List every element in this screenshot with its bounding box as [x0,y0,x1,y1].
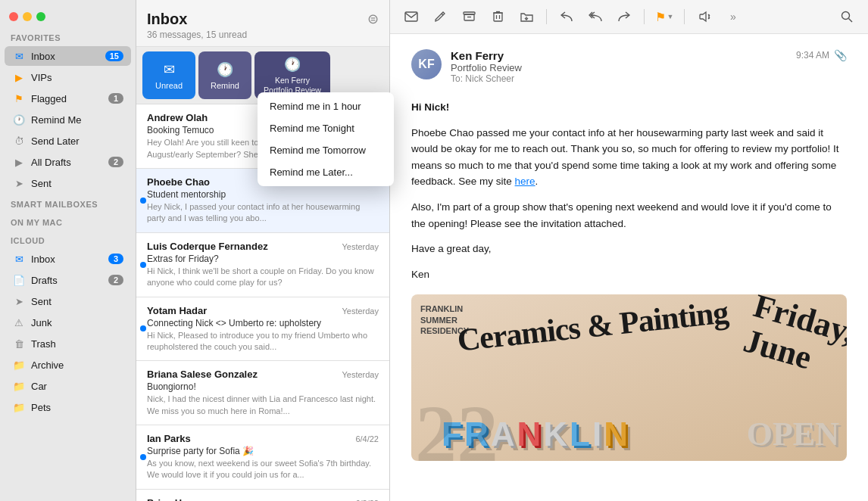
message-subject: Surprise party for Sofia 🎉 [147,446,379,456]
remind-button[interactable]: 🕐 Remind [198,51,251,99]
sidebar-item-icloud-trash[interactable]: 🗑 Trash [5,334,131,353]
reply-all-button[interactable] [585,6,606,27]
compose-button[interactable] [429,6,451,27]
flagged-badge: 1 [108,93,123,104]
message-sender: Ian Parks [147,433,191,444]
icloud-inbox-icon: ✉ [12,252,26,266]
icloud-pets-icon: 📁 [12,400,26,414]
sidebar-item-inbox[interactable]: ✉ Inbox 15 [5,46,131,66]
forward-button[interactable] [614,6,635,27]
email-date-area: 9:34 AM 📎 [796,49,847,61]
email-body-para-1: Phoebe Chao passed me your contact info … [411,125,847,190]
smart-mailboxes-label: Smart Mailboxes [0,194,136,212]
trash-button[interactable] [487,6,508,27]
message-sender: Andrew Olah [147,112,208,123]
icloud-junk-icon: ⚠ [12,316,26,329]
message-sender: Brian Heung [147,497,205,501]
message-item-header: Brian Heung 6/3/22 [147,497,379,501]
icloud-drafts-badge: 2 [108,275,123,285]
message-item[interactable]: Yotam Hadar Yesterday Connecting Nick <>… [136,297,389,362]
mute-button[interactable] [694,6,715,27]
remind-tomorrow-item[interactable]: Remind me Tomorrow [258,139,394,161]
message-item-header: Ian Parks 6/4/22 [147,433,379,444]
message-preview: Hi Nick, Pleased to introduce you to my … [147,330,379,353]
sidebar-item-all-drafts[interactable]: ▶ All Drafts 2 [5,152,131,172]
ken-action-icon: 🕐 [284,56,301,73]
icloud-label: iCloud [0,230,136,248]
sidebar-item-icloud-pets[interactable]: 📁 Pets [5,397,131,417]
sidebar-item-icloud-car[interactable]: 📁 Car [5,376,131,396]
open-text: OPEN [747,415,839,453]
close-button[interactable] [9,12,18,21]
email-time: 9:34 AM [796,50,829,61]
portfolio-link[interactable]: here [515,176,535,187]
message-sender: Yotam Hadar [147,305,207,316]
move-to-button[interactable] [516,6,537,27]
flag-icon: ⚑ [655,10,666,24]
maximize-button[interactable] [36,12,45,21]
email-body-para-2: Also, I'm part of a group show that's op… [411,199,847,232]
on-my-mac-label: On My Mac [0,212,136,230]
flag-icon: ⚑ [12,92,26,105]
message-item[interactable]: Briana Salese Gonzalez Yesterday Buongio… [136,361,389,425]
sidebar-item-icloud-junk[interactable]: ⚠ Junk [5,313,131,332]
sidebar-item-remind-me[interactable]: 🕐 Remind Me [5,110,131,129]
sidebar-item-label: Trash [31,338,123,350]
message-subject: Extras for Friday? [147,254,379,264]
remind-icon: 🕐 [217,61,233,78]
unread-dot [140,262,146,268]
message-item[interactable]: Luis Coderque Fernandez Yesterday Extras… [136,233,389,297]
sidebar-item-vips[interactable]: ▶ VIPs [5,67,131,87]
sidebar-item-icloud-inbox[interactable]: ✉ Inbox 3 [5,249,131,269]
message-item[interactable]: Brian Heung 6/3/22 Book cover? Hey Nick,… [136,490,389,501]
new-mail-button[interactable] [401,6,422,27]
remind-1hr-item[interactable]: Remind me in 1 hour [258,95,394,117]
sidebar-item-sent[interactable]: ➤ Sent [5,173,131,193]
svg-rect-5 [494,13,502,21]
message-sender: Phoebe Chao [147,176,210,188]
flag-button[interactable]: ⚑ ▼ [654,6,675,27]
svg-point-14 [842,12,850,20]
remind-tonight-item[interactable]: Remind me Tonight [258,117,394,139]
remind-later-item[interactable]: Remind me Later... [258,161,394,183]
archive-button[interactable] [458,6,479,27]
toolbar-sep2 [644,9,645,24]
remind-dropdown-menu: Remind me in 1 hour Remind me Tonight Re… [258,92,394,186]
message-time: 6/4/22 [355,434,379,443]
inbox-icon: ✉ [12,49,26,63]
unread-dot [140,454,146,460]
sidebar-item-label: Send Later [31,135,123,147]
message-item[interactable]: Ian Parks 6/4/22 Surprise party for Sofi… [136,425,389,490]
message-list: Inbox 36 messages, 15 unread ⊜ ✉ Remind … [136,0,390,501]
minimize-button[interactable] [23,12,32,21]
search-button[interactable] [836,6,857,27]
icloud-archive-icon: 📁 [12,358,26,372]
email-body-para-3: Have a great day, [411,241,847,257]
email-subject: Portfolio Review [451,62,787,73]
sidebar-item-label: VIPs [31,72,123,83]
sidebar-item-label: Sent [31,178,123,189]
sidebar-item-icloud-archive[interactable]: 📁 Archive [5,355,131,375]
message-count: 36 messages, 15 unread [147,30,247,40]
sidebar-item-label: Flagged [31,93,108,104]
sidebar-item-flagged[interactable]: ⚑ Flagged 1 [5,89,131,108]
more-button[interactable]: » [723,6,744,27]
unread-filter-button[interactable]: ✉ Remind me in 1 hour Unread [142,51,195,99]
sidebar-item-icloud-drafts[interactable]: 📄 Drafts 2 [5,270,131,290]
svg-line-1 [442,14,443,15]
sent-icon: ➤ [12,176,26,190]
drafts-badge: 2 [108,157,123,167]
friday-june-text: Friday,June [740,294,847,387]
filter-icon[interactable]: ⊜ [367,11,379,27]
message-time: Yesterday [342,307,379,316]
sidebar-item-icloud-sent[interactable]: ➤ Sent [5,291,131,311]
message-sender: Briana Salese Gonzalez [147,369,258,380]
message-sender: Luis Coderque Fernandez [147,241,268,252]
message-item-header: Luis Coderque Fernandez Yesterday [147,241,379,252]
unread-icon: ✉ [164,61,175,78]
message-preview: As you know, next weekend is our sweet S… [147,458,379,481]
traffic-lights [0,6,136,27]
reply-button[interactable] [556,6,577,27]
sidebar-item-send-later[interactable]: ⏱ Send Later [5,131,131,151]
sidebar-item-label: Pets [31,402,123,413]
